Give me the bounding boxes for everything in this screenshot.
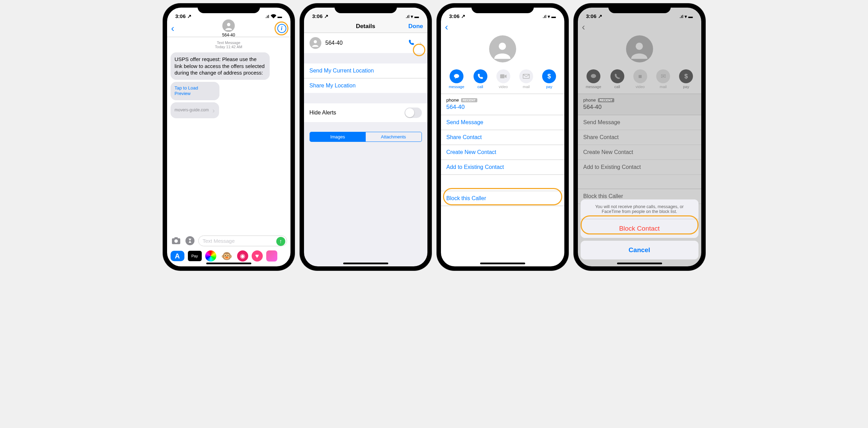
contact-label: 564-40 [326, 40, 343, 46]
phone-section[interactable]: phone RECENT 564-40 [441, 94, 564, 115]
status-time: 3:06 ↗ [175, 13, 192, 19]
avatar-icon [626, 35, 653, 62]
add-existing-row: Add to Existing Contact [578, 160, 701, 175]
message-input[interactable]: Text Message ↑ [198, 236, 287, 246]
svg-point-6 [499, 43, 506, 50]
share-contact-row[interactable]: Share Contact [441, 130, 564, 145]
screen-messages: 3:06 ↗ .ıl▬ ‹ 564-40 i Text Message Toda… [167, 8, 290, 266]
mail-icon: ✉ [656, 69, 670, 83]
svg-rect-8 [500, 74, 505, 78]
apps-icon[interactable] [184, 235, 196, 246]
seg-images[interactable]: Images [310, 132, 366, 142]
screen-details: 3:06 ↗ .ıl ▾ ▬ Details Done 564-40 › [304, 8, 427, 266]
video-action: video [496, 69, 510, 89]
nav-bar: ‹ 564-40 i [167, 22, 290, 37]
sheet-message: You will not receive phone calls, messag… [581, 199, 698, 219]
pay-icon: $ [679, 69, 693, 83]
notch [471, 3, 534, 13]
mail-icon [519, 69, 533, 83]
screen-block-sheet: 3:06 ↗ .ıl ▾ ▬ ‹ message call ■video ✉ma… [578, 8, 701, 266]
avatar-icon [489, 35, 516, 62]
phone-number[interactable]: 564-40 [446, 104, 559, 111]
call-icon [610, 69, 624, 83]
home-indicator[interactable] [617, 263, 662, 264]
done-button[interactable]: Done [408, 23, 423, 30]
message-icon [587, 69, 600, 83]
send-message-row: Send Message [578, 115, 701, 130]
app-store-icon[interactable]: A [171, 251, 184, 261]
phone-frame-4: 3:06 ↗ .ıl ▾ ▬ ‹ message call ■video ✉ma… [574, 3, 705, 271]
video-icon: ■ [633, 69, 647, 83]
app-dock[interactable]: A Pay 🐵 ◉ ♥ [167, 250, 290, 262]
back-button: ‹ [582, 22, 585, 32]
call-action[interactable]: call [474, 69, 487, 89]
block-contact-button[interactable]: Block Contact [581, 219, 698, 238]
hide-alerts-label: Hide Alerts [310, 110, 336, 116]
hide-alerts-row: Hide Alerts [304, 103, 427, 122]
video-icon [496, 69, 510, 83]
call-icon [474, 69, 487, 83]
hide-alerts-toggle[interactable] [405, 108, 422, 118]
link-preview-domain[interactable]: movers-guide.com› [171, 102, 219, 118]
info-button[interactable]: i [277, 24, 286, 33]
message-action[interactable]: message [449, 69, 465, 89]
back-button[interactable]: ‹ [171, 23, 174, 34]
home-indicator[interactable] [480, 263, 525, 264]
create-contact-row: Create New Contact [578, 145, 701, 160]
apple-pay-icon[interactable]: Pay [188, 251, 202, 261]
send-button[interactable]: ↑ [276, 237, 285, 246]
nav-bar: Details Done [304, 22, 427, 33]
notch [335, 3, 397, 13]
activity-icon[interactable] [205, 250, 216, 262]
phone-frame-1: 3:06 ↗ .ıl▬ ‹ 564-40 i Text Message Toda… [163, 3, 295, 271]
back-button[interactable]: ‹ [445, 22, 448, 32]
avatar-icon [310, 37, 321, 49]
phone-frame-2: 3:06 ↗ .ıl ▾ ▬ Details Done 564-40 › [300, 3, 432, 271]
svg-rect-2 [174, 237, 178, 239]
phone-frame-3: 3:06 ↗ .ıl ▾ ▬ ‹ message call [437, 3, 568, 271]
send-location-row[interactable]: Send My Current Location [304, 63, 427, 78]
music-icon[interactable] [266, 250, 277, 262]
compose-bar: Text Message ↑ [167, 233, 290, 248]
avatar-icon [223, 19, 235, 32]
call-icon[interactable] [408, 39, 415, 47]
animoji-icon[interactable]: 🐵 [220, 251, 234, 261]
link-preview-load[interactable]: Tap to Load Preview [171, 82, 219, 101]
svg-point-7 [454, 74, 459, 78]
pay-action[interactable]: $ pay [542, 69, 556, 89]
seg-attachments[interactable]: Attachments [366, 132, 422, 142]
cancel-button[interactable]: Cancel [581, 241, 698, 259]
svg-point-0 [227, 23, 231, 26]
share-location-row[interactable]: Share My Location [304, 78, 427, 93]
mail-action: mail [519, 69, 533, 89]
home-indicator[interactable] [206, 263, 251, 264]
camera-icon[interactable] [171, 235, 182, 246]
message-timestamp: Text Message Today 11:42 AM [167, 41, 290, 49]
chevron-icon: › [419, 39, 422, 47]
message-icon [450, 69, 463, 83]
svg-point-3 [174, 239, 178, 243]
message-bubble[interactable]: USPS offer request: Please use the link … [171, 52, 270, 80]
phone-label: phone [446, 97, 459, 103]
svg-point-10 [636, 43, 643, 50]
conversation-header[interactable]: 564-40 [222, 19, 235, 37]
status-time: 3:06 ↗ [312, 13, 329, 19]
heart-app-icon[interactable]: ♥ [252, 250, 263, 262]
add-existing-row[interactable]: Add to Existing Contact [441, 160, 564, 175]
contact-row[interactable]: 564-40 › [304, 33, 427, 53]
notch [608, 3, 671, 13]
home-indicator[interactable] [343, 263, 388, 264]
action-buttons-row: message call video mail $ [441, 67, 564, 94]
digital-touch-icon[interactable]: ◉ [237, 250, 248, 262]
block-caller-row[interactable]: Block this Caller [441, 191, 564, 206]
screen-contact-card: 3:06 ↗ .ıl ▾ ▬ ‹ message call [441, 8, 564, 266]
svg-point-11 [591, 74, 596, 78]
send-message-row[interactable]: Send Message [441, 115, 564, 130]
pay-icon: $ [542, 69, 556, 83]
create-contact-row[interactable]: Create New Contact [441, 145, 564, 160]
contact-number: 564-40 [222, 33, 235, 37]
action-sheet: You will not receive phone calls, messag… [581, 199, 698, 262]
notch [198, 3, 260, 13]
action-buttons-row: message call ■video ✉mail $pay [578, 67, 701, 94]
segmented-control[interactable]: Images Attachments [310, 132, 422, 142]
